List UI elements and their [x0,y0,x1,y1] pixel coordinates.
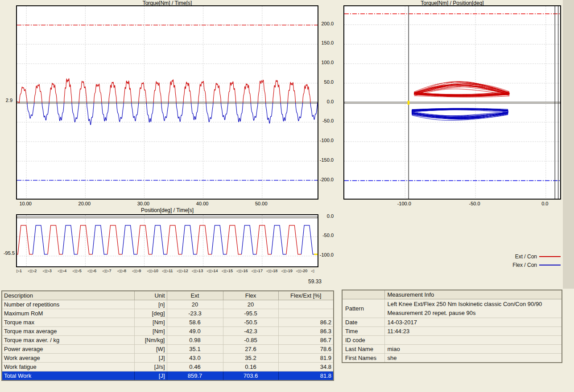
repetition-marker: ▷2 [31,269,43,273]
repetition-marker: ▷18 [270,269,281,273]
info-row-pattern: Pattern Left Knee Ext/Flex 250 Nm Isokin… [342,299,562,318]
info-row-idcode: ID code [342,336,562,345]
repetition-marker: ▷15 [225,269,237,273]
repetition-marker: ▷20 [300,269,311,273]
axis-tick-label: -100.0 [393,201,415,206]
cell-ratio: 81.8 [278,372,334,381]
cell-ext: 35.1 [167,345,223,354]
col-header-unit: Unit [134,291,167,300]
info-row-firstnames: First Names she [342,354,562,363]
repetition-marker: ▷7 [106,269,118,273]
table-row: Maximum RoM [deg] -23.3 -95.5 [2,309,334,318]
repetition-marker: ▷8 [121,269,132,273]
info-value: 14-03-2017 [384,318,562,327]
info-label: First Names [342,354,384,363]
measurement-screen: Torque[Nm] / Time[s] Torque[Nm] / Positi… [0,0,574,392]
table-row: Torque max [Nm] 58.6 -50.5 86.2 [2,318,334,327]
table-row: Power average [W] 35.1 27.6 78.6 [2,345,334,354]
repetition-marker: ▷3 [46,269,58,273]
legend-ext-line [539,256,561,257]
info-value: she [384,354,562,363]
cell-flex: 0.16 [223,363,278,372]
cell-desc: Total Work [2,372,134,381]
info-value: Left Knee Ext/Flex 250 Nm Isokinetic cla… [384,299,562,318]
axis-tick-label: 40.00 [192,201,213,206]
cell-desc: Torque max aver. / kg [2,336,134,345]
cell-unit: [Nm] [134,318,167,327]
measurement-info-blank-header [342,290,384,299]
info-label: Date [342,318,384,327]
axis-tick-label: 10.00 [15,201,36,206]
axis-tick-label: -50.0 [312,118,334,123]
cell-desc: Torque max [2,318,134,327]
col-header-ratio: Flex/Ext [%] [278,291,334,300]
info-value: miao [384,345,562,354]
repetition-marker: ◁ [311,269,316,273]
table-row: Work fatigue [J/s] 0.46 0.16 34.8 [2,363,334,372]
cell-flex: -95.5 [223,309,278,318]
position-time-chart[interactable] [16,214,318,267]
cell-ext: 859.7 [167,372,223,381]
axis-tick-label: -200.0 [312,177,334,182]
cell-flex: 27.6 [223,345,278,354]
cell-flex: 703.6 [223,372,278,381]
repetition-marker: ▷16 [240,269,252,273]
measurement-info-header-row: Measurement Info [342,290,562,299]
results-header-row: Description Unit Ext Flex Flex/Ext [%] [2,291,334,300]
repetition-marker: ▷4 [61,269,73,273]
torque-position-chart[interactable] [343,5,561,200]
position-time-plot [17,215,318,266]
axis-tick-label: 30.00 [132,201,154,206]
cell-desc: Torque max average [2,327,134,336]
repetition-marker: ▷1 [17,269,28,273]
cell-ratio [278,300,334,309]
measurement-info-title: Measurement Info [384,290,562,299]
cell-ext: 49.0 [167,327,223,336]
repetition-marker: ▷11 [165,269,177,273]
legend-flex: Flex / Con [512,262,561,268]
axis-tick-label: 50.0 [312,79,334,85]
cell-ratio: 34.8 [278,363,334,372]
table-row: Torque max average [Nm] 49.0 -42.3 86.3 [2,327,334,336]
axis-tick-label: 0.0 [534,201,556,206]
cell-desc: Power average [2,345,134,354]
axis-tick-label: -50.0 [464,201,485,206]
axis-tick-label: 0.0 [314,213,334,219]
axis-tick-label: -100.0 [314,252,334,257]
info-value [384,336,562,345]
cell-flex: -0.85 [223,336,278,345]
cell-unit: [J/s] [134,363,167,372]
cell-ratio: 78.6 [278,345,334,354]
torque-time-plot [17,6,318,199]
repetition-marker: ▷17 [255,269,267,273]
legend-flex-label: Flex / Con [512,262,537,268]
info-row-time: Time 11:44:23 [342,327,562,336]
axis-tick-label: 100.0 [312,60,334,65]
table-row: Torque max aver. / kg [Nm/kg] 0.98 -0.85… [2,336,334,345]
repetition-marker: ▷9 [136,269,147,273]
cell-ratio: 86.2 [278,318,334,327]
legend-flex-line [539,265,561,265]
cell-flex: -50.5 [223,318,278,327]
cell-ratio: 86.7 [278,336,334,345]
cell-desc: Work average [2,354,134,363]
col-header-ext: Ext [167,291,223,300]
axis-tick-label: 150.0 [312,40,334,45]
axis-tick-label: -150.0 [312,157,334,163]
cell-ext: 43.0 [167,354,223,363]
cell-flex: 35.2 [223,354,278,363]
repetition-marker: ▷13 [195,269,207,273]
torque-time-chart[interactable] [16,5,318,200]
repetition-marker: ▷10 [151,269,162,273]
total-time-label: 59.33 [303,278,326,285]
repetition-marker: ▷12 [181,269,192,273]
repetition-marker: ▷5 [76,269,88,273]
right-panel-strip [563,0,574,289]
cell-unit: [J] [134,354,167,363]
position-time-title: Position[deg] / Time[s] [16,207,318,213]
axis-tick-label: 2.9 [0,98,12,103]
total-work-row[interactable]: Total Work [J] 859.7 703.6 81.8 [2,372,334,381]
cell-ratio: 81.9 [278,354,334,363]
axis-tick-label: -95.5 [0,250,15,256]
axis-tick-label: -100.0 [312,138,334,143]
